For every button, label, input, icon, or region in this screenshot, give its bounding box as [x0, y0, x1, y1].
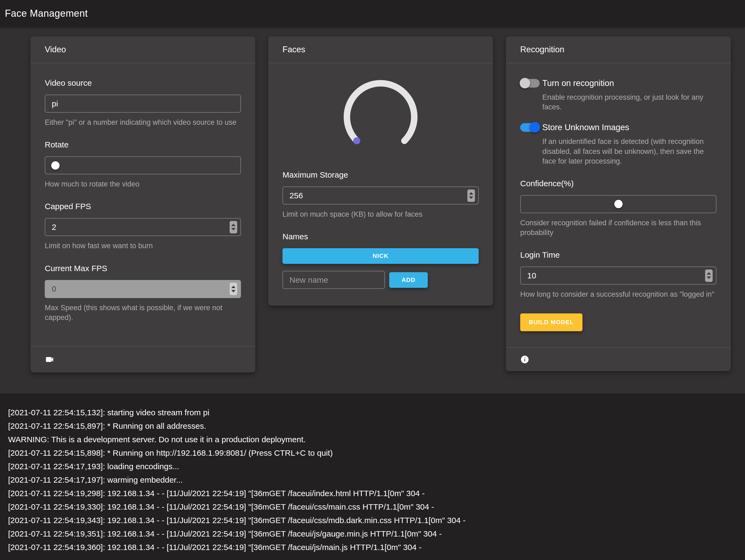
log-line: [2021-07-11 22:54:15,897]: * Running on … [8, 419, 737, 433]
capped-fps-helper: Limit on how fast we want to burn [45, 241, 241, 251]
stepper-up-icon[interactable] [469, 192, 473, 195]
log-console: [2021-07-11 22:54:15,132]: starting vide… [0, 393, 745, 560]
maximum-storage-helper: Limit on much space (KB) to allow for fa… [283, 209, 479, 219]
video-source-label: Video source [45, 78, 241, 88]
log-line: [2021-07-11 22:54:19,330]: 192.168.1.34 … [8, 500, 737, 514]
confidence-slider[interactable] [520, 195, 716, 213]
turn-on-recognition-label: Turn on recognition [542, 78, 614, 88]
new-name-input[interactable] [283, 271, 385, 289]
add-name-button[interactable]: ADD [389, 272, 428, 288]
rotate-slider-thumb[interactable] [51, 161, 60, 169]
names-label: Names [283, 232, 479, 241]
maximum-storage-stepper[interactable] [467, 190, 475, 202]
log-line: [2021-07-11 22:54:19,343]: 192.168.1.34 … [8, 514, 737, 527]
video-card-title: Video [30, 36, 255, 63]
name-item-button[interactable]: NICK [283, 248, 479, 264]
maximum-storage-input[interactable] [283, 187, 479, 204]
gauge-indicator-dot [353, 137, 360, 144]
app-bar: Face Management [0, 0, 745, 27]
store-unknown-images-switch[interactable] [520, 123, 540, 132]
current-max-fps-label: Current Max FPS [45, 264, 241, 273]
stepper-down-icon[interactable] [231, 228, 235, 230]
recognition-card: Recognition Turn on recognition Enable r… [506, 36, 731, 371]
switch-thumb[interactable] [530, 122, 540, 133]
confidence-helper: Consider recognition failed if confidenc… [520, 218, 716, 237]
login-time-stepper[interactable] [705, 269, 713, 282]
log-line: [2021-07-11 22:54:17,197]: warming embed… [8, 473, 737, 487]
capped-fps-input[interactable] [45, 218, 241, 236]
capped-fps-stepper[interactable] [230, 221, 237, 233]
log-line: [2021-07-11 22:54:19,360]: 192.168.1.34 … [8, 540, 737, 554]
cards-area: Video Video source Either "pi" or a numb… [0, 27, 745, 393]
maximum-storage-label: Maximum Storage [283, 170, 479, 179]
current-max-fps-stepper [230, 283, 237, 295]
current-max-fps-helper: Max Speed (this shows what is possible, … [45, 303, 241, 322]
login-time-label: Login Time [520, 250, 716, 260]
store-unknown-images-label: Store Unknown Images [542, 123, 629, 132]
log-line: [2021-07-11 22:54:19,298]: 192.168.1.34 … [8, 487, 737, 500]
log-line: [2021-07-11 22:54:15,132]: starting vide… [8, 406, 737, 419]
stepper-down-icon[interactable] [707, 276, 711, 279]
videocam-icon[interactable] [45, 355, 55, 364]
stepper-up-icon[interactable] [707, 272, 711, 274]
login-time-input[interactable] [520, 266, 716, 285]
info-icon[interactable] [520, 355, 529, 364]
turn-on-recognition-switch[interactable] [520, 79, 540, 88]
switch-thumb[interactable] [520, 78, 530, 88]
stepper-up-icon[interactable] [231, 224, 235, 226]
recognition-card-title: Recognition [506, 36, 731, 63]
log-line: WARNING: This is a development server. D… [8, 433, 737, 446]
rotate-helper: How much to rotate the video [45, 179, 241, 189]
stepper-down-icon [231, 290, 235, 292]
confidence-label: Confidence(%) [520, 179, 716, 188]
storage-gauge [283, 76, 479, 157]
video-source-input[interactable] [45, 95, 241, 113]
store-unknown-images-helper: If an unidentified face is detected (wit… [542, 137, 716, 166]
stepper-up-icon [231, 286, 235, 288]
turn-on-recognition-helper: Enable recognition processing, or just l… [542, 92, 716, 112]
current-max-fps-input [45, 280, 241, 298]
page-title: Face Management [5, 8, 88, 19]
capped-fps-label: Capped FPS [45, 202, 241, 211]
login-time-helper: How long to consider a successful recogn… [520, 290, 716, 299]
confidence-slider-thumb[interactable] [614, 200, 623, 208]
stepper-down-icon[interactable] [469, 196, 473, 199]
video-source-helper: Either "pi" or a number indicating which… [45, 118, 241, 127]
faces-card-title: Faces [268, 36, 493, 63]
video-card: Video Video source Either "pi" or a numb… [30, 36, 255, 372]
log-line: [2021-07-11 22:54:15,898]: * Running on … [8, 446, 737, 460]
build-model-button[interactable]: BUILD MODEL [520, 314, 582, 331]
rotate-slider[interactable] [45, 156, 241, 174]
faces-card: Faces Maximum Storage Limit on much spac… [268, 36, 493, 306]
log-line: [2021-07-11 22:54:19,351]: 192.168.1.34 … [8, 527, 737, 540]
rotate-label: Rotate [45, 140, 241, 149]
log-line: [2021-07-11 22:54:17,193]: loading encod… [8, 460, 737, 473]
